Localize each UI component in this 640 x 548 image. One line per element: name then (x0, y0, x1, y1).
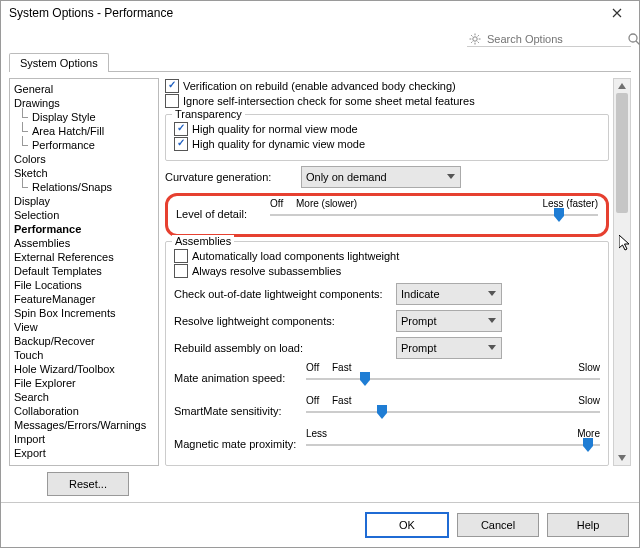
chk-auto-lightweight[interactable]: Automatically load components lightweigh… (174, 249, 600, 263)
label: Resolve lightweight components: (174, 315, 390, 327)
chk-label: Automatically load components lightweigh… (192, 250, 399, 262)
ok-button[interactable]: OK (365, 512, 449, 538)
options-panel: Verification on rebuild (enable advanced… (165, 78, 613, 466)
reset-button[interactable]: Reset... (47, 472, 129, 496)
search-icon (627, 32, 640, 46)
checkbox-icon (165, 94, 179, 108)
tree-node[interactable]: Spin Box Increments (12, 306, 156, 320)
checkbox-icon (165, 79, 179, 93)
group-legend: Assemblies (172, 235, 234, 247)
checkbox-icon (174, 122, 188, 136)
tree-node[interactable]: Messages/Errors/Warnings (12, 418, 156, 432)
slider-mate-anim[interactable]: Off Fast Slow (306, 364, 600, 392)
tree-node[interactable]: Assemblies (12, 236, 156, 250)
slider-thumb[interactable] (377, 405, 387, 419)
chk-verification[interactable]: Verification on rebuild (enable advanced… (165, 79, 609, 93)
highlighted-region: Level of detail: Off More (slower) Less … (165, 193, 609, 237)
select-curvature[interactable]: Only on demand (301, 166, 461, 188)
tree-node[interactable]: Area Hatch/Fill (12, 124, 156, 138)
tree-node[interactable]: Import (12, 432, 156, 446)
chk-resolve-sub[interactable]: Always resolve subassemblies (174, 264, 600, 278)
gear-icon (469, 33, 481, 45)
search-box[interactable] (467, 32, 631, 47)
row-check-outofdate: Check out-of-date lightweight components… (174, 283, 600, 305)
slider-label-off: Off (270, 198, 283, 209)
vertical-scrollbar[interactable] (613, 78, 631, 466)
tab-system-options[interactable]: System Options (9, 53, 109, 72)
select-check-outofdate[interactable]: Indicate (396, 283, 502, 305)
slider-label-less: Less (faster) (542, 198, 598, 209)
tree-node[interactable]: General (12, 82, 156, 96)
row-magnetic: Magnetic mate proximity: Less More (174, 430, 600, 458)
select-value: Prompt (401, 342, 436, 354)
tree-node[interactable]: Touch (12, 348, 156, 362)
chk-label: Always resolve subassemblies (192, 265, 341, 277)
slider-thumb[interactable] (360, 372, 370, 386)
tree-node[interactable]: Colors (12, 152, 156, 166)
checkbox-icon (174, 249, 188, 263)
tree-node[interactable]: File Explorer (12, 376, 156, 390)
select-value: Indicate (401, 288, 440, 300)
label: SmartMate sensitivity: (174, 405, 300, 417)
scroll-track[interactable] (614, 93, 630, 451)
tree-node[interactable]: Display Style (12, 110, 156, 124)
slider-level-of-detail[interactable]: Off More (slower) Less (faster) (270, 200, 598, 228)
tree-node[interactable]: View (12, 320, 156, 334)
label: Magnetic mate proximity: (174, 438, 300, 450)
label: Curvature generation: (165, 171, 295, 183)
tree-node[interactable]: FeatureManager (12, 292, 156, 306)
tree-node[interactable]: Export (12, 446, 156, 460)
tree-node[interactable]: Search (12, 390, 156, 404)
select-rebuild[interactable]: Prompt (396, 337, 502, 359)
tree-node[interactable]: Collaboration (12, 404, 156, 418)
select-resolve-light[interactable]: Prompt (396, 310, 502, 332)
chk-hq-dynamic[interactable]: High quality for dynamic view mode (174, 137, 600, 151)
chk-label: Ignore self-intersection check for some … (183, 95, 475, 107)
slider-magnetic[interactable]: Less More (306, 430, 600, 458)
category-tree[interactable]: GeneralDrawingsDisplay StyleArea Hatch/F… (9, 78, 159, 466)
search-input[interactable] (485, 32, 627, 46)
tree-node[interactable]: Display (12, 194, 156, 208)
close-button[interactable] (599, 3, 635, 23)
tree-node[interactable]: Drawings (12, 96, 156, 110)
tree-node[interactable]: Selection (12, 208, 156, 222)
row-rebuild: Rebuild assembly on load: Prompt (174, 337, 600, 359)
checkbox-icon (174, 137, 188, 151)
scroll-thumb[interactable] (616, 93, 628, 213)
slider-thumb[interactable] (583, 438, 593, 452)
tree-node[interactable]: External References (12, 250, 156, 264)
chk-label: High quality for dynamic view mode (192, 138, 365, 150)
close-icon (612, 8, 622, 18)
tree-node[interactable]: Backup/Recover (12, 334, 156, 348)
tree-node[interactable]: File Locations (12, 278, 156, 292)
chk-label: Verification on rebuild (enable advanced… (183, 80, 456, 92)
chk-hq-normal[interactable]: High quality for normal view mode (174, 122, 600, 136)
svg-line-10 (636, 41, 640, 45)
select-value: Only on demand (306, 171, 387, 183)
help-button[interactable]: Help (547, 513, 629, 537)
cancel-button[interactable]: Cancel (457, 513, 539, 537)
group-transparency: Transparency High quality for normal vie… (165, 114, 609, 161)
label: Check out-of-date lightweight components… (174, 288, 390, 300)
svg-line-5 (471, 35, 472, 36)
scroll-up-arrow[interactable] (614, 79, 630, 93)
row-smartmate: SmartMate sensitivity: Off Fast Slow (174, 397, 600, 425)
chk-ignore-self[interactable]: Ignore self-intersection check for some … (165, 94, 609, 108)
tree-node[interactable]: Sketch (12, 166, 156, 180)
slider-smartmate[interactable]: Off Fast Slow (306, 397, 600, 425)
group-assemblies: Assemblies Automatically load components… (165, 241, 609, 466)
tree-node[interactable]: Default Templates (12, 264, 156, 278)
group-legend: Transparency (172, 108, 245, 120)
scroll-down-arrow[interactable] (614, 451, 630, 465)
tree-node[interactable]: Performance (12, 138, 156, 152)
row-curvature: Curvature generation: Only on demand (165, 166, 609, 188)
label: Mate animation speed: (174, 372, 300, 384)
svg-point-0 (473, 36, 477, 40)
tree-node[interactable]: Performance (12, 222, 156, 236)
svg-line-8 (478, 35, 479, 36)
label: Level of detail: (176, 208, 264, 220)
tree-node[interactable]: Relations/Snaps (12, 180, 156, 194)
tree-node[interactable]: Hole Wizard/Toolbox (12, 362, 156, 376)
slider-thumb[interactable] (554, 208, 564, 222)
row-mate-anim: Mate animation speed: Off Fast Slow (174, 364, 600, 392)
